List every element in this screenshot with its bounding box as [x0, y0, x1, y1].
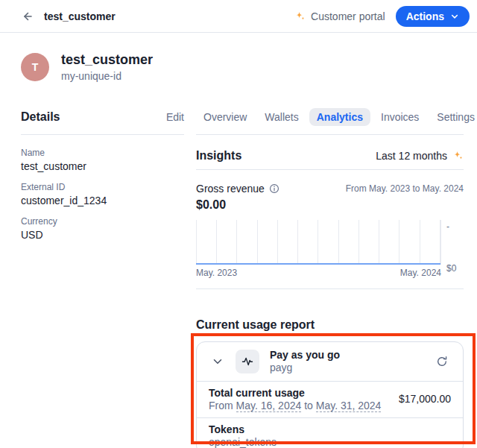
field-value: USD — [21, 229, 184, 242]
usage-item-row: Tokens openai_tokens — [197, 417, 463, 448]
period-prefix: From — [209, 400, 236, 411]
tab-analytics[interactable]: Analytics — [309, 108, 370, 126]
y-axis-label-bottom: $0 — [446, 263, 464, 274]
tab-overview[interactable]: Overview — [196, 108, 254, 126]
usage-report-title: Current usage report — [196, 318, 464, 332]
period-start-date[interactable]: May. 16, 2024 — [236, 400, 302, 412]
details-panel: Details Edit Name test_customer External… — [21, 107, 184, 448]
customer-external-id: my-unique-id — [61, 70, 153, 83]
tab-settings[interactable]: Settings — [429, 108, 477, 126]
insights-title: Insights — [196, 149, 241, 163]
gross-revenue-chart: May. 2023 May. 2024 - $0 — [196, 220, 464, 278]
x-axis-label-end: May. 2024 — [400, 268, 441, 278]
field-value: customer_id_1234 — [21, 195, 184, 207]
chevron-down-icon — [450, 12, 459, 21]
gross-revenue-value: $0.00 — [196, 198, 464, 212]
tab-invoices[interactable]: Invoices — [373, 108, 426, 126]
plan-code: payg — [270, 362, 433, 374]
total-usage-label: Total current usage — [209, 387, 381, 400]
period-joiner: to — [301, 400, 315, 411]
top-bar: test_customer Customer portal Actions — [0, 0, 477, 33]
tabs-divider — [196, 134, 464, 135]
customer-header: T test_customer my-unique-id — [21, 51, 464, 83]
total-usage-period: From May. 16, 2024 to May. 31, 2024 — [209, 400, 381, 412]
detail-field-currency: Currency USD — [21, 216, 184, 242]
detail-field-name: Name test_customer — [21, 148, 184, 173]
insights-divider — [196, 169, 464, 170]
period-end-date[interactable]: May. 31, 2024 — [316, 400, 382, 412]
actions-button[interactable]: Actions — [396, 6, 470, 27]
field-label: External ID — [21, 182, 184, 192]
usage-item-name: Tokens — [209, 423, 277, 436]
tab-bar: Overview Wallets Analytics Invoices Sett… — [196, 107, 464, 127]
collapse-toggle[interactable] — [209, 353, 227, 370]
chart-divider — [196, 288, 464, 289]
customer-portal-link[interactable]: Customer portal — [294, 10, 385, 22]
usage-report-card: Pay as you go payg Total current usage F… — [196, 341, 464, 448]
y-axis-label-top: - — [446, 221, 464, 232]
sparkle-icon — [452, 150, 464, 161]
field-label: Currency — [21, 216, 184, 227]
plan-name: Pay as you go — [270, 349, 433, 362]
chart-zero-line — [196, 263, 440, 265]
details-title: Details — [21, 110, 60, 124]
field-value: test_customer — [21, 160, 184, 173]
x-axis-label-start: May. 2023 — [196, 268, 237, 278]
avatar: T — [21, 53, 49, 81]
field-label: Name — [21, 148, 184, 158]
pulse-icon — [241, 356, 253, 367]
refresh-icon — [436, 356, 448, 367]
info-icon[interactable] — [269, 183, 279, 194]
usage-plan-header: Pay as you go payg — [197, 342, 463, 381]
refresh-button[interactable] — [433, 353, 451, 370]
arrow-left-icon — [21, 10, 33, 22]
chart-plot-area — [196, 220, 441, 265]
customer-portal-label: Customer portal — [311, 10, 385, 22]
main-panel: Overview Wallets Analytics Invoices Sett… — [196, 107, 464, 448]
chevron-down-icon — [212, 356, 224, 367]
page-title: test_customer — [44, 10, 116, 22]
back-button[interactable] — [21, 10, 33, 22]
usage-item-code: openai_tokens — [209, 436, 277, 448]
edit-details-button[interactable]: Edit — [166, 111, 184, 123]
chart-date-range: From May. 2023 to May. 2024 — [346, 183, 464, 194]
customer-name: test_customer — [61, 51, 153, 68]
sparkle-icon — [294, 10, 306, 22]
period-selector-label: Last 12 months — [376, 150, 447, 162]
actions-button-label: Actions — [406, 10, 444, 22]
details-divider — [21, 134, 184, 135]
total-usage-row: Total current usage From May. 16, 2024 t… — [197, 381, 463, 417]
tab-wallets[interactable]: Wallets — [257, 108, 306, 126]
detail-field-external-id: External ID customer_id_1234 — [21, 182, 184, 207]
plan-icon-box — [236, 350, 259, 373]
total-usage-amount: $17,000.00 — [399, 393, 451, 406]
period-selector[interactable]: Last 12 months — [376, 150, 464, 162]
gross-revenue-label: Gross revenue — [196, 183, 265, 195]
